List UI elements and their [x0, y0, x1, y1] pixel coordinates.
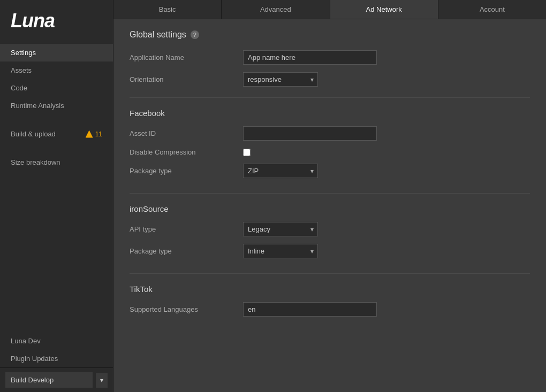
application-name-label: Application Name [130, 53, 237, 62]
sidebar-bottom: Luna Dev Plugin Updates [0, 332, 113, 367]
orientation-select[interactable]: responsive portrait landscape [243, 72, 318, 87]
sidebar-item-runtime-analysis[interactable]: Runtime Analysis [0, 97, 113, 114]
tab-advanced[interactable]: Advanced [222, 0, 330, 19]
sidebar-item-code[interactable]: Code [0, 79, 113, 97]
sidebar-item-luna-dev[interactable]: Luna Dev [0, 332, 113, 350]
tiktok-supported-languages-label: Supported Languages [130, 305, 237, 313]
divider-1 [130, 97, 530, 98]
tab-ad-network[interactable]: Ad Network [330, 0, 438, 19]
tab-basic[interactable]: Basic [113, 0, 222, 19]
divider-3 [130, 273, 530, 274]
facebook-disable-compression-row: Disable Compression [130, 148, 530, 156]
build-upload-label: Build & upload [11, 130, 56, 138]
tiktok-section-title: TikTok [130, 285, 530, 294]
tiktok-section: TikTok Supported Languages [130, 285, 530, 317]
facebook-package-type-select[interactable]: ZIP APK AAB [243, 164, 318, 178]
application-name-row: Application Name [130, 50, 530, 65]
divider-2 [130, 193, 530, 194]
sidebar-item-build-upload[interactable]: Build & upload 11 [0, 125, 113, 143]
facebook-disable-compression-label: Disable Compression [130, 148, 237, 156]
facebook-package-type-label: Package type [130, 167, 237, 175]
content-area: Global settings ? Application Name Orien… [113, 19, 546, 392]
tab-account[interactable]: Account [438, 0, 546, 19]
sidebar-item-settings[interactable]: Settings [0, 44, 113, 62]
ironsource-api-type-label: API type [130, 225, 237, 233]
facebook-section-title: Facebook [130, 109, 530, 118]
global-settings-heading: Global settings ? [130, 30, 530, 40]
build-develop-dropdown-button[interactable]: ▾ [96, 373, 108, 388]
sidebar-item-size-breakdown[interactable]: Size breakdown [0, 153, 113, 171]
sidebar-item-plugin-updates[interactable]: Plugin Updates [0, 350, 113, 367]
app-logo: Luna [0, 0, 113, 44]
facebook-asset-id-row: Asset ID [130, 126, 530, 141]
sidebar-footer: Build Develop ▾ [0, 367, 113, 392]
warning-icon [86, 130, 93, 138]
ironsource-package-type-row: Package type Inline ZIP APK [130, 244, 530, 258]
build-develop-button[interactable]: Build Develop [5, 372, 93, 388]
facebook-package-type-select-wrapper: ZIP APK AAB [243, 164, 318, 178]
sidebar-nav: Settings Assets Code Runtime Analysis Bu… [0, 44, 113, 367]
ironsource-section-title: ironSource [130, 204, 530, 213]
facebook-package-type-row: Package type ZIP APK AAB [130, 164, 530, 178]
sidebar: Luna Settings Assets Code Runtime Analys… [0, 0, 113, 392]
sidebar-item-assets[interactable]: Assets [0, 62, 113, 79]
orientation-row: Orientation responsive portrait landscap… [130, 72, 530, 87]
application-name-input[interactable] [243, 50, 377, 65]
facebook-asset-id-input[interactable] [243, 126, 377, 141]
ironsource-package-type-label: Package type [130, 247, 237, 255]
orientation-select-wrapper: responsive portrait landscape [243, 72, 318, 87]
facebook-section: Facebook Asset ID Disable Compression Pa… [130, 109, 530, 178]
ironsource-api-type-select-wrapper: Legacy Modern [243, 222, 318, 236]
ironsource-package-type-select[interactable]: Inline ZIP APK [243, 244, 318, 258]
help-icon[interactable]: ? [191, 30, 199, 39]
facebook-disable-compression-checkbox[interactable] [243, 149, 251, 156]
ironsource-api-type-row: API type Legacy Modern [130, 222, 530, 236]
tiktok-supported-languages-input[interactable] [243, 302, 377, 317]
facebook-asset-id-label: Asset ID [130, 129, 237, 137]
tabs-bar: Basic Advanced Ad Network Account [113, 0, 546, 19]
tiktok-supported-languages-row: Supported Languages [130, 302, 530, 317]
ironsource-section: ironSource API type Legacy Modern Packag… [130, 204, 530, 258]
orientation-label: Orientation [130, 75, 237, 83]
build-upload-badge: 11 [86, 130, 102, 138]
ironsource-api-type-select[interactable]: Legacy Modern [243, 222, 318, 236]
main-panel: Basic Advanced Ad Network Account Global… [113, 0, 546, 392]
ironsource-package-type-select-wrapper: Inline ZIP APK [243, 244, 318, 258]
